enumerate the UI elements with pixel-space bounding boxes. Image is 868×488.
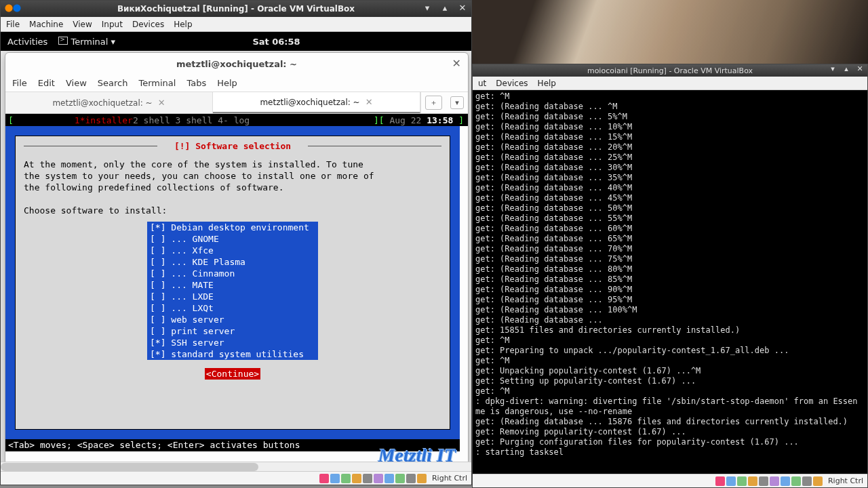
menu-help[interactable]: Help	[174, 20, 192, 29]
status-icon[interactable]	[417, 474, 427, 483]
menu-help[interactable]: Help	[538, 79, 556, 88]
host-horizontal-scrollbar[interactable]	[1, 462, 471, 471]
software-option[interactable]: [ ] ... Cinnamon	[147, 268, 318, 279]
menu-input-clipped[interactable]: ut	[478, 79, 486, 88]
tab-menu-button[interactable]: ▾	[450, 96, 464, 109]
status-icon[interactable]	[406, 474, 416, 483]
close-icon[interactable]: ✕	[452, 57, 461, 70]
software-option[interactable]: [ ] ... LXDE	[147, 291, 318, 302]
tmenu-tabs[interactable]: Tabs	[186, 78, 206, 88]
gnome-topbar: Activities Terminal ▾ Sat 06:58	[1, 32, 471, 51]
software-option[interactable]: [*] SSH server	[147, 337, 318, 348]
screen-status-bar: [ 1*installer 2 shell 3 shell 4- log ][ …	[5, 114, 468, 126]
software-option[interactable]: [*] Debian desktop environment	[147, 222, 318, 233]
menu-file[interactable]: File	[6, 20, 20, 29]
tab-actions: ＋ ▾	[420, 92, 468, 113]
menu-devices[interactable]: Devices	[132, 20, 164, 29]
status-icon[interactable]	[395, 474, 405, 483]
menu-devices[interactable]: Devices	[496, 79, 528, 88]
tmenu-edit[interactable]: Edit	[38, 78, 55, 88]
status-icon[interactable]	[341, 474, 351, 483]
vb-menubar-right: ut Devices Help	[473, 77, 867, 90]
new-tab-button[interactable]: ＋	[425, 96, 442, 110]
software-option[interactable]: [ ] ... KDE Plasma	[147, 256, 318, 268]
terminal-titlebar[interactable]: metztli@xochiquetzal: ~ ✕	[5, 53, 468, 75]
status-icon[interactable]	[759, 476, 768, 486]
continue-button[interactable]: <Continue>	[205, 368, 260, 380]
tmenu-view[interactable]: View	[66, 78, 87, 88]
status-icon[interactable]	[748, 476, 757, 486]
status-icon[interactable]	[781, 476, 790, 486]
virtualbox-window-left: ВикиXochiquetzal [Running] - Oracle VM V…	[0, 0, 472, 485]
left-window-title: ВикиXochiquetzal [Running] - Oracle VM V…	[117, 4, 355, 14]
terminal-icon	[58, 37, 68, 45]
scrollbar-thumb[interactable]	[1, 463, 258, 471]
dialog-title: [!] Software selection	[174, 141, 291, 151]
software-selection-dialog: [!] Software selection At the moment, on…	[15, 136, 450, 430]
tmenu-help[interactable]: Help	[217, 78, 237, 88]
status-icon[interactable]	[319, 474, 329, 483]
tmenu-search[interactable]: Search	[98, 78, 128, 88]
gnome-terminal-window: metztli@xochiquetzal: ~ ✕ File Edit View…	[5, 52, 469, 464]
vb-statusbar-left: Right Ctrl	[1, 471, 471, 485]
status-icon[interactable]	[352, 474, 361, 483]
status-icon[interactable]	[384, 474, 394, 483]
close-icon[interactable]: ✕	[855, 64, 865, 74]
tmenu-file[interactable]: File	[12, 78, 27, 88]
software-option[interactable]: [ ] ... Xfce	[147, 245, 318, 256]
software-option-list[interactable]: [*] Debian desktop environment[ ] ... GN…	[147, 222, 318, 360]
status-icon[interactable]	[813, 476, 823, 486]
installer-help-line: <Tab> moves; <Space> selects; <Enter> ac…	[5, 439, 460, 451]
status-icon[interactable]	[726, 476, 736, 486]
tab-close-icon[interactable]: ✕	[366, 97, 373, 107]
status-icon[interactable]	[737, 476, 747, 486]
tab-label: metztli@xochiquetzal: ~	[260, 98, 359, 107]
left-titlebar[interactable]: ВикиXochiquetzal [Running] - Oracle VM V…	[1, 1, 471, 17]
software-option[interactable]: [ ] ... MATE	[147, 279, 318, 291]
activities-button[interactable]: Activities	[7, 37, 47, 47]
status-icon[interactable]	[770, 476, 779, 486]
status-icon[interactable]	[330, 474, 340, 483]
software-option[interactable]: [ ] ... GNOME	[147, 233, 318, 245]
terminal-menubar: File Edit View Search Terminal Tabs Help	[5, 75, 468, 92]
menu-view[interactable]: View	[73, 20, 92, 29]
right-window-title: moiocoiani [Running] - Oracle VM Virtual…	[587, 66, 753, 75]
tmenu-terminal[interactable]: Terminal	[138, 78, 176, 88]
installer-background: [!] Software selection At the moment, on…	[5, 126, 460, 439]
terminal-content[interactable]: [ 1*installer 2 shell 3 shell 4- log ][ …	[5, 114, 468, 464]
app-menu[interactable]: Terminal ▾	[58, 37, 115, 47]
status-icon[interactable]	[802, 476, 812, 486]
software-option[interactable]: [ ] print server	[147, 325, 318, 337]
terminal-tab-1[interactable]: metztli@xochiquetzal: ~ ✕	[213, 92, 420, 113]
right-terminal-output[interactable]: get: ^M get: (Reading database ... ^M ge…	[473, 90, 867, 474]
virtualbox-icon	[5, 3, 25, 13]
virtualbox-window-right: moiocoiani [Running] - Oracle VM Virtual…	[472, 64, 868, 488]
host-key-indicator: Right Ctrl	[432, 474, 467, 483]
status-icon[interactable]	[715, 476, 725, 486]
maximize-icon[interactable]: ▴	[842, 64, 851, 74]
minimize-icon[interactable]: ▾	[421, 2, 433, 14]
vb-menubar-left: File Machine View Input Devices Help	[1, 17, 471, 32]
maximize-icon[interactable]: ▴	[439, 2, 451, 14]
terminal-title: metztli@xochiquetzal: ~	[176, 59, 297, 69]
vb-statusbar-right: Right Ctrl	[473, 474, 867, 487]
desktop-wallpaper	[472, 0, 868, 64]
menu-machine[interactable]: Machine	[29, 20, 63, 29]
tab-close-icon[interactable]: ✕	[158, 98, 165, 108]
status-icon[interactable]	[791, 476, 801, 486]
dialog-text: At the moment, only the core of the syst…	[24, 159, 441, 216]
terminal-tab-0[interactable]: metztli@xochiquetzal: ~ ✕	[5, 92, 213, 113]
terminal-tabstrip: metztli@xochiquetzal: ~ ✕ metztli@xochiq…	[5, 92, 468, 114]
right-titlebar[interactable]: moiocoiani [Running] - Oracle VM Virtual…	[473, 64, 867, 77]
tab-label: metztli@xochiquetzal: ~	[52, 98, 152, 108]
close-icon[interactable]: ✕	[456, 2, 469, 14]
software-option[interactable]: [*] standard system utilities	[147, 348, 318, 360]
status-icon[interactable]	[363, 474, 372, 483]
menu-input[interactable]: Input	[102, 20, 123, 29]
host-key-indicator: Right Ctrl	[828, 476, 863, 485]
minimize-icon[interactable]: ▾	[828, 64, 837, 74]
clock[interactable]: Sat 06:58	[252, 37, 300, 47]
status-icon[interactable]	[374, 474, 383, 483]
software-option[interactable]: [ ] ... LXQt	[147, 302, 318, 314]
software-option[interactable]: [ ] web server	[147, 314, 318, 325]
